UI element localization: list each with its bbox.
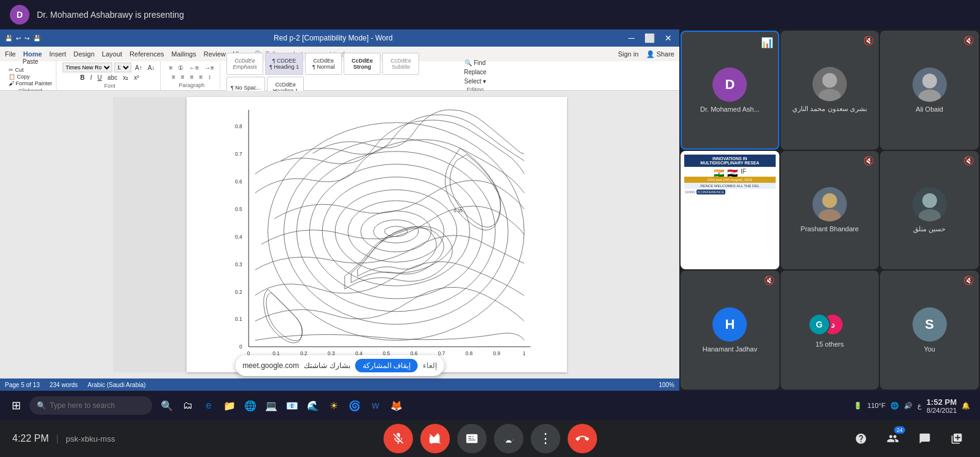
taskbar-search-input[interactable] [50, 401, 136, 410]
font-format-btns[interactable]: B I U abc x₂ x² [79, 74, 141, 82]
minimize-icon[interactable]: ─ [626, 33, 637, 43]
you-label: You [921, 345, 938, 353]
indent-inc-btn[interactable]: →≡ [203, 64, 216, 72]
more-options-button[interactable]: ⋮ [531, 424, 560, 453]
indent-dec-btn[interactable]: ←≡ [187, 64, 201, 72]
mute-mic-button[interactable] [384, 424, 413, 453]
conf-iconference: ICONFERENCE [696, 190, 726, 194]
start-button[interactable]: ⊞ [5, 394, 27, 417]
you-avatar: S [912, 307, 947, 342]
svg-point-37 [822, 193, 837, 208]
participant-tile-hussain: حسين منلق 🔇 [880, 151, 979, 270]
align-right-btn[interactable]: ≡ [188, 73, 196, 81]
end-call-icon [576, 432, 589, 445]
justify-btn[interactable]: ≡ [197, 73, 204, 81]
paragraph-top-btns[interactable]: ≡ ① ←≡ →≡ [167, 64, 216, 72]
taskbar-chrome[interactable]: 🌀 [345, 396, 365, 415]
style-normal[interactable]: CcDdEe¶ Normal [305, 53, 342, 75]
menu-design[interactable]: Design [74, 50, 95, 58]
taskbar-edge[interactable]: e [199, 396, 218, 415]
replace-btn[interactable]: Replace [462, 68, 488, 76]
font-size-select[interactable]: 12 [114, 63, 131, 72]
format-painter-btn[interactable]: 🖌 Format Painter [9, 80, 52, 86]
align-left-btn[interactable]: ≡ [170, 73, 177, 81]
font-top-btns[interactable]: Times New Ro 12 A↑ A↓ [63, 63, 156, 72]
line-spacing-btn[interactable]: ↕ [206, 73, 213, 81]
taskbar-weather[interactable]: ☀ [324, 396, 344, 415]
conf-flags: 🇮🇳 🇮🇶 IF [684, 167, 776, 177]
menu-mailings[interactable]: Mailings [171, 50, 196, 58]
present-now-button[interactable] [494, 424, 523, 453]
subscript-btn[interactable]: x₂ [121, 74, 130, 82]
taskbar-volume: 🔊 [904, 402, 912, 410]
taskbar-onenote[interactable]: 🌊 [303, 396, 323, 415]
chat-button[interactable] [914, 428, 936, 450]
taskbar-cortana[interactable]: 🔍 [157, 396, 177, 415]
presenter-initial: D [17, 10, 23, 20]
menu-layout[interactable]: Layout [102, 50, 122, 58]
shrink-font-btn[interactable]: A↓ [146, 63, 157, 72]
cancel-sharing-btn[interactable]: إلغاء [423, 361, 437, 370]
hanamant-avatar: H [712, 307, 747, 342]
grow-font-btn[interactable]: A↑ [133, 63, 144, 72]
superscript-btn[interactable]: x² [132, 74, 141, 82]
restore-icon[interactable]: ⬜ [642, 33, 657, 43]
style-strong[interactable]: CcDdEeStrong [344, 53, 380, 75]
taskbar-taskview[interactable]: 🗂 [178, 396, 198, 415]
taskbar: ⊞ 🔍 🔍 🗂 e 📁 🌐 💻 📧 🌊 ☀ 🌀 W 🦊 🔋 110°F 🌐 🔊 … [0, 391, 980, 420]
taskbar-store[interactable]: 💻 [261, 396, 281, 415]
toggle-camera-button[interactable] [420, 424, 450, 453]
style-emphasis[interactable]: CcDdEeEmphasis [226, 53, 263, 75]
word-title-controls[interactable]: ─ ⬜ ✕ [626, 33, 674, 43]
top-bar: D Dr. Mohamed Ashabrawy is presenting [0, 0, 980, 29]
ali-name: Ali Obaid [913, 106, 946, 113]
style-heading1[interactable]: ¶ CDDEE¶ Heading 1 [265, 53, 303, 75]
hanamant-name: Hanamant Jadhav [700, 345, 760, 353]
others-avatar-g: G [808, 313, 830, 336]
svg-point-39 [922, 193, 937, 208]
word-language: Arabic (Saudi Arabia) [88, 382, 146, 388]
font-family-select[interactable]: Times New Ro [63, 63, 112, 72]
svg-text:0.9: 0.9 [493, 350, 500, 356]
copy-btn[interactable]: 📋 Copy [9, 74, 52, 80]
svg-text:0.35: 0.35 [453, 208, 462, 213]
menu-references[interactable]: References [129, 50, 164, 58]
close-icon[interactable]: ✕ [662, 33, 674, 43]
activities-button[interactable] [946, 428, 968, 450]
numbering-btn[interactable]: ① [176, 64, 185, 72]
camera-off-icon [428, 432, 442, 445]
bold-btn[interactable]: B [79, 74, 87, 82]
share-btn[interactable]: 👤 Share [646, 50, 674, 58]
italic-btn[interactable]: I [88, 74, 94, 82]
taskbar-search-box[interactable]: 🔍 [29, 396, 152, 415]
taskbar-notifications[interactable]: 🔔 [962, 402, 970, 410]
svg-text:0.2: 0.2 [235, 289, 242, 295]
taskbar-word[interactable]: W [366, 396, 385, 415]
taskbar-mail[interactable]: 📧 [282, 396, 302, 415]
align-center-btn[interactable]: ≡ [179, 73, 187, 81]
sign-in[interactable]: Sign in [618, 50, 639, 58]
captions-button[interactable] [457, 424, 487, 453]
stop-sharing-btn[interactable]: إيقاف المشاركة [355, 359, 418, 372]
select-btn[interactable]: Select ▾ [462, 77, 488, 85]
main-area: 💾 ↩ ↪ 💾 Red p-2 [Compatibility Mode] - W… [0, 29, 980, 391]
taskbar-chrome2[interactable]: 🦊 [387, 396, 406, 415]
underline-btn[interactable]: U [96, 74, 104, 82]
bullets-btn[interactable]: ≡ [167, 64, 174, 72]
cut-btn[interactable]: ✂ Cut [9, 67, 52, 73]
taskbar-explorer[interactable]: 📁 [220, 396, 239, 415]
paste-btn[interactable]: Paste [21, 58, 41, 66]
help-button[interactable] [850, 428, 872, 450]
word-page: 0 0.1 0.2 0.3 0.4 0.5 0.6 0.7 0.8 0 0.1 … [187, 97, 567, 372]
people-button[interactable]: 24 [882, 428, 904, 450]
strikethrough-btn[interactable]: abc [106, 74, 119, 82]
ribbon-clipboard-sub[interactable]: ✂ Cut 📋 Copy 🖌 Format Painter [9, 67, 52, 86]
find-btn[interactable]: 🔍 Find [463, 59, 487, 67]
controls-right: 24 [850, 428, 968, 450]
you-mute-icon: 🔇 [963, 275, 974, 285]
style-subtitle[interactable]: CcDdEeSubtitle [382, 53, 419, 75]
ribbon-clipboard-btns[interactable]: Paste [21, 58, 41, 66]
paragraph-align-btns[interactable]: ≡ ≡ ≡ ≡ ↕ [170, 73, 213, 81]
taskbar-ie[interactable]: 🌐 [241, 396, 260, 415]
end-call-button[interactable] [568, 424, 597, 453]
